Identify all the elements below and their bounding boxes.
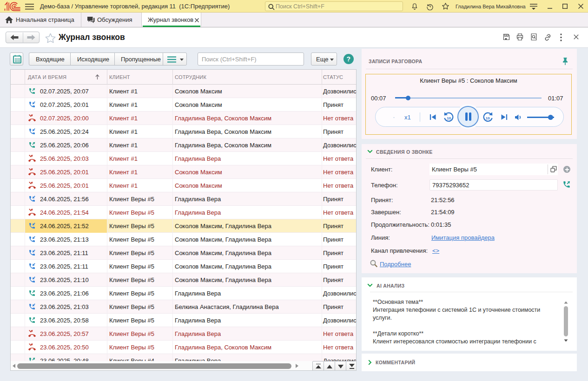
svg-text:10: 10	[447, 116, 451, 120]
svg-text:10: 10	[486, 116, 490, 120]
